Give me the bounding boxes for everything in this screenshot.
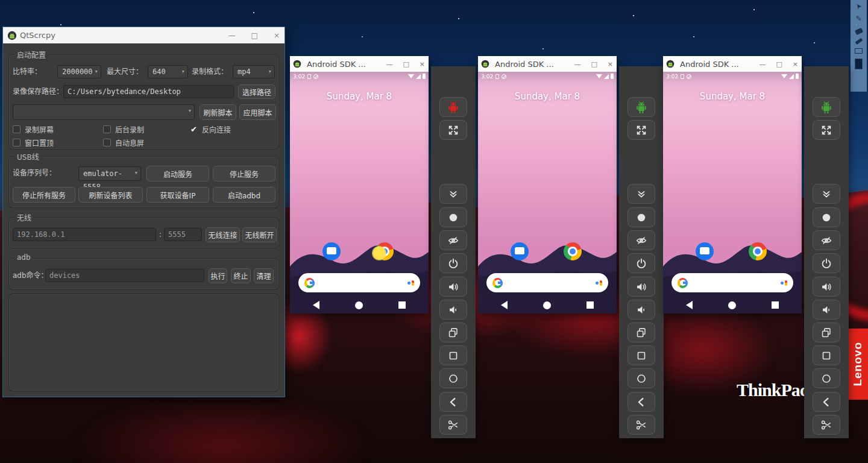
marker-icon[interactable] xyxy=(855,38,863,45)
emulator-titlebar[interactable]: Android SDK ... — □ × xyxy=(478,56,617,72)
android-home-button[interactable] xyxy=(355,301,363,309)
android-home-button[interactable] xyxy=(728,301,736,309)
wireless-ip-input[interactable]: 192.168.0.1 xyxy=(13,228,156,241)
emulator-titlebar[interactable]: Android SDK ... — □ × xyxy=(290,56,429,72)
savepath-input[interactable]: C:/Users/bytedance/Desktop xyxy=(63,85,234,98)
screenshot-button[interactable] xyxy=(439,415,467,435)
refresh-script-button[interactable]: 刷新脚本 xyxy=(200,104,236,120)
minimize-button[interactable]: — xyxy=(759,60,766,68)
notification-pull-button[interactable] xyxy=(439,184,467,204)
get-device-ip-button[interactable]: 获取设备IP xyxy=(146,187,209,203)
messages-app-icon[interactable] xyxy=(322,242,341,260)
maximize-button[interactable]: □ xyxy=(251,31,258,40)
screenshot-button[interactable] xyxy=(627,415,655,435)
screen-off-button[interactable] xyxy=(813,230,840,250)
phone-screen[interactable]: 3:02 Sunday, Mar 8 xyxy=(290,72,429,313)
google-search-bar[interactable] xyxy=(671,273,793,292)
android-home-button[interactable] xyxy=(543,301,551,309)
app-switch-button[interactable] xyxy=(627,323,655,342)
volume-down-button[interactable] xyxy=(439,300,467,320)
menu-button[interactable] xyxy=(439,345,467,365)
serial-dropdown[interactable]: emulator-5558 xyxy=(78,166,141,181)
fullscreen-button[interactable] xyxy=(813,120,840,140)
cursor-icon[interactable]: ➤ xyxy=(852,0,865,13)
group-control-button[interactable] xyxy=(439,97,467,117)
pen-icon[interactable]: ✎ xyxy=(854,14,863,24)
apply-script-button[interactable]: 应用脚本 xyxy=(239,104,276,120)
messages-app-icon[interactable] xyxy=(696,242,714,260)
adb-log-output[interactable] xyxy=(8,294,279,391)
group-control-button[interactable] xyxy=(813,97,840,117)
menu-button[interactable] xyxy=(813,345,840,365)
auto-screen-off-checkbox[interactable]: 自动息屏 xyxy=(103,137,144,147)
touch-button[interactable] xyxy=(627,207,655,227)
back-button[interactable] xyxy=(439,392,467,412)
volume-down-button[interactable] xyxy=(813,300,840,320)
google-search-bar[interactable] xyxy=(298,273,420,292)
google-search-bar[interactable] xyxy=(486,273,608,292)
screen-off-button[interactable] xyxy=(627,230,655,250)
android-back-button[interactable] xyxy=(686,301,693,309)
adb-execute-button[interactable]: 执行 xyxy=(209,268,227,283)
home-button[interactable] xyxy=(627,368,655,388)
qtscrcpy-titlebar[interactable]: QtScrcpy — □ × xyxy=(3,27,285,43)
power-button[interactable] xyxy=(813,253,840,273)
android-recents-button[interactable] xyxy=(587,301,594,309)
screenshot-button[interactable] xyxy=(813,415,840,435)
color-swatch[interactable] xyxy=(855,58,863,69)
android-recents-button[interactable] xyxy=(398,301,406,309)
eraser-icon[interactable] xyxy=(854,28,863,35)
ratio-icon[interactable] xyxy=(855,48,863,54)
messages-app-icon[interactable] xyxy=(511,242,529,260)
volume-up-button[interactable] xyxy=(813,277,840,297)
assistant-mic-icon[interactable] xyxy=(596,280,602,286)
close-button[interactable]: × xyxy=(420,60,425,68)
chrome-app-icon[interactable] xyxy=(564,242,582,260)
adb-clear-button[interactable]: 清理 xyxy=(254,268,274,283)
touch-button[interactable] xyxy=(813,207,840,227)
app-switch-button[interactable] xyxy=(813,323,840,342)
wireless-disconnect-button[interactable]: 无线断开 xyxy=(242,227,277,242)
app-switch-button[interactable] xyxy=(439,323,467,342)
phone-screen[interactable]: 3:02 Sunday, Mar 8 xyxy=(663,72,802,313)
maximize-button[interactable]: □ xyxy=(403,60,409,68)
wireless-port-input[interactable]: 5555 xyxy=(164,228,202,241)
screen-off-button[interactable] xyxy=(439,230,467,250)
minimize-button[interactable]: — xyxy=(228,31,236,40)
home-button[interactable] xyxy=(813,368,840,388)
stop-all-services-button[interactable]: 停止所有服务 xyxy=(13,187,75,203)
android-back-button[interactable] xyxy=(501,301,508,309)
adb-command-input[interactable]: devices xyxy=(45,269,204,282)
minimize-button[interactable]: — xyxy=(574,60,580,68)
refresh-devices-button[interactable]: 刷新设备列表 xyxy=(78,187,143,203)
assistant-mic-icon[interactable] xyxy=(407,280,414,286)
choose-path-button[interactable]: 选择路径 xyxy=(238,84,275,99)
maximize-button[interactable]: □ xyxy=(776,60,782,68)
start-adbd-button[interactable]: 启动adbd xyxy=(213,187,275,203)
bitrate-dropdown[interactable]: 2000000 xyxy=(57,65,101,78)
reverse-connect-checkbox[interactable]: ✔ 反向连接 xyxy=(190,124,231,134)
chrome-app-icon[interactable] xyxy=(749,242,767,260)
power-button[interactable] xyxy=(627,253,655,273)
back-button[interactable] xyxy=(627,392,655,412)
menu-button[interactable] xyxy=(627,345,655,365)
fullscreen-button[interactable] xyxy=(439,120,467,140)
phone-screen[interactable]: 3:02 Sunday, Mar 8 xyxy=(478,72,617,313)
volume-down-button[interactable] xyxy=(627,300,655,320)
group-control-button[interactable] xyxy=(627,97,655,117)
home-button[interactable] xyxy=(439,368,467,388)
close-button[interactable]: × xyxy=(274,31,280,40)
wireless-connect-button[interactable]: 无线连接 xyxy=(206,227,240,242)
notification-pull-button[interactable] xyxy=(813,184,840,204)
close-button[interactable]: × xyxy=(608,60,613,68)
adb-terminate-button[interactable]: 终止 xyxy=(231,268,251,283)
android-back-button[interactable] xyxy=(313,301,319,309)
script-dropdown[interactable] xyxy=(13,104,195,120)
background-record-checkbox[interactable]: 后台录制 xyxy=(103,124,144,134)
window-topmost-checkbox[interactable]: 窗口置顶 xyxy=(13,137,54,147)
close-button[interactable]: × xyxy=(793,60,798,68)
touch-button[interactable] xyxy=(439,207,467,227)
start-service-button[interactable]: 启动服务 xyxy=(146,166,209,181)
maxsize-dropdown[interactable]: 640 xyxy=(148,65,188,78)
maximize-button[interactable]: □ xyxy=(591,60,597,68)
